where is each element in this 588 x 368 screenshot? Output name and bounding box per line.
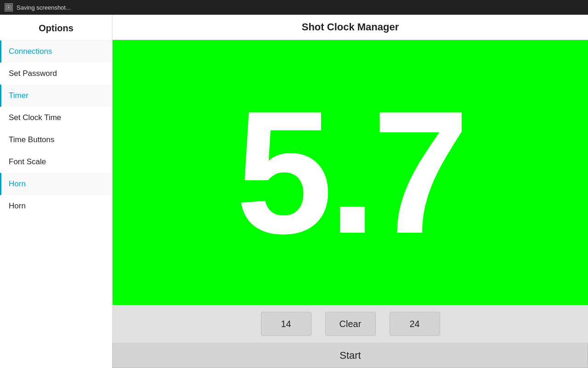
clock-display: 5.7: [113, 40, 588, 305]
sidebar-item-horn-active[interactable]: Horn: [0, 173, 112, 195]
btn-14[interactable]: 14: [261, 312, 311, 336]
button-row: 14 Clear 24: [113, 305, 588, 343]
sidebar-item-connections[interactable]: Connections: [0, 40, 112, 63]
content-header: Shot Clock Manager: [113, 15, 588, 40]
main-layout: Options Connections Set Password Timer S…: [0, 15, 588, 368]
content-area: Shot Clock Manager 5.7 14 Clear 24 Sta: [113, 15, 588, 368]
sidebar-item-font-scale[interactable]: Font Scale: [0, 151, 112, 173]
topbar: Saving screenshot...: [0, 0, 588, 15]
svg-rect-1: [7, 5, 9, 6]
start-button[interactable]: Start: [113, 343, 588, 368]
topbar-title: Saving screenshot...: [17, 4, 71, 11]
sidebar-item-horn[interactable]: Horn: [0, 195, 112, 217]
start-row: Start: [113, 343, 588, 368]
bottom-controls: 14 Clear 24 Start: [113, 305, 588, 368]
sidebar: Options Connections Set Password Timer S…: [0, 15, 113, 368]
btn-24[interactable]: 24: [390, 312, 440, 336]
screenshot-icon: [5, 3, 13, 12]
sidebar-item-set-password[interactable]: Set Password: [0, 63, 112, 85]
sidebar-item-time-buttons[interactable]: Time Buttons: [0, 129, 112, 151]
svg-point-2: [8, 6, 10, 8]
page-title: Shot Clock Manager: [302, 21, 399, 33]
clock-time: 5.7: [236, 85, 464, 260]
sidebar-item-timer[interactable]: Timer: [0, 85, 112, 107]
sidebar-item-set-clock-time[interactable]: Set Clock Time: [0, 107, 112, 129]
sidebar-header: Options: [0, 15, 112, 40]
clear-button[interactable]: Clear: [325, 312, 376, 336]
